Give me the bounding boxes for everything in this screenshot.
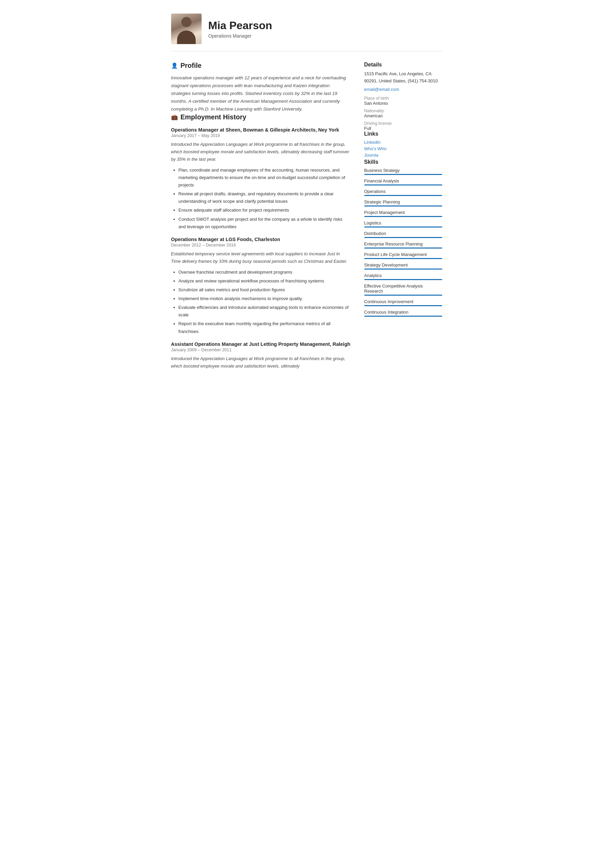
employment-section-title: 💼 Employment History: [171, 113, 351, 121]
skill-bar: [364, 174, 442, 175]
skill-name: Analytics: [364, 273, 442, 278]
candidate-job-title: Operations Manager: [208, 33, 272, 39]
list-item: Plan, coordinate and manage employees of…: [179, 166, 351, 189]
list-item: Report to the executive team monthly reg…: [179, 320, 351, 335]
skill-bar: [364, 268, 442, 270]
job-title-heading: Operations Manager at Sheen, Bowman & Gi…: [171, 127, 351, 133]
skill-bar: [364, 258, 442, 259]
list-item: Oversee franchise recruitment and develo…: [179, 268, 351, 276]
place-of-birth-label: Place of birth: [364, 96, 442, 101]
skill-name: Business Strategy: [364, 168, 442, 173]
skill-item: Project Management: [364, 210, 442, 217]
skill-bar: [364, 216, 442, 217]
links-section: Links LinkedinWho's WhoJoomla: [364, 131, 442, 158]
profile-icon: 👤: [171, 62, 178, 69]
skill-bar: [364, 237, 442, 238]
profile-section: 👤 Profile Innovative operations manager …: [171, 62, 351, 113]
nationality-label: Nationality: [364, 108, 442, 113]
list-item: Analyze and review operational workflow …: [179, 277, 351, 285]
list-item: Review all project drafts, drawings, and…: [179, 190, 351, 205]
list-item: Scrutinize all sales metrics and food pr…: [179, 286, 351, 294]
profile-text: Innovative operations manager with 12 ye…: [171, 74, 351, 113]
skills-section: Skills Business StrategyFinancial Analys…: [364, 159, 442, 317]
job-dates: January 2017 – May 2019: [171, 133, 351, 138]
job-title-heading: Operations Manager at LGS Foods, Charles…: [171, 237, 351, 242]
profile-section-title: 👤 Profile: [171, 62, 351, 70]
skill-item: Enterprise Resource Planning: [364, 242, 442, 248]
job-title-heading: Assistant Operations Manager at Just Let…: [171, 341, 351, 347]
list-item: Conduct SWOT analysis per project and fo…: [179, 215, 351, 231]
list-item: Evaluate efficiencies and introduce auto…: [179, 304, 351, 319]
skill-name: Logistics: [364, 220, 442, 225]
skill-bar: [364, 294, 442, 296]
skill-bar: [364, 226, 442, 228]
details-section: Details 1515 Pacific Ave, Los Angeles, C…: [364, 62, 442, 131]
job-dates: December 2012 – December 2016: [171, 243, 351, 248]
list-item: Ensure adequate staff allocation for pro…: [179, 206, 351, 214]
skill-name: Strategic Planning: [364, 199, 442, 205]
skills-title: Skills: [364, 159, 442, 165]
links-container: LinkedinWho's WhoJoomla: [364, 140, 442, 158]
job-item: Operations Manager at LGS Foods, Charles…: [171, 237, 351, 335]
header-info: Mia Pearson Operations Manager: [208, 19, 272, 39]
links-title: Links: [364, 131, 442, 137]
right-column: Details 1515 Pacific Ave, Los Angeles, C…: [364, 62, 442, 373]
skill-item: Operations: [364, 189, 442, 196]
skill-name: Continuous Integration: [364, 310, 442, 315]
skill-bar: [364, 195, 442, 196]
link-item[interactable]: Who's Who: [364, 146, 442, 151]
link-item[interactable]: Joomla: [364, 153, 442, 158]
skill-item: Continuous Improvement: [364, 299, 442, 306]
skill-name: Product Life Cycle Management: [364, 252, 442, 257]
skill-item: Logistics: [364, 220, 442, 228]
skill-bar: [364, 316, 442, 317]
skill-item: Effective Competitive Analysis Research: [364, 284, 442, 296]
skill-item: Strategy Development: [364, 262, 442, 270]
detail-email[interactable]: email@email.com: [364, 87, 442, 92]
avatar: [171, 14, 201, 44]
place-of-birth-value: San Antonio: [364, 101, 442, 106]
detail-address: 1515 Pacific Ave, Los Angeles, CA 90291,…: [364, 71, 442, 85]
skill-bar: [364, 305, 442, 306]
skill-name: Enterprise Resource Planning: [364, 242, 442, 246]
jobs-container: Operations Manager at Sheen, Bowman & Gi…: [171, 127, 351, 370]
nationality-value: American: [364, 113, 442, 118]
skills-container: Business StrategyFinancial AnalysisOpera…: [364, 168, 442, 317]
skill-bar: [364, 206, 442, 206]
skill-name: Effective Competitive Analysis Research: [364, 284, 442, 294]
skill-name: Financial Analysis: [364, 178, 442, 183]
skill-item: Business Strategy: [364, 168, 442, 175]
job-dates: January 2009 – December 2011: [171, 347, 351, 352]
job-bullets: Oversee franchise recruitment and develo…: [171, 268, 351, 335]
job-description: Introduced the Appreciation Languages at…: [171, 355, 351, 370]
link-item[interactable]: Linkedin: [364, 140, 442, 145]
skill-name: Distribution: [364, 231, 442, 236]
skill-name: Project Management: [364, 210, 442, 215]
skill-bar: [364, 279, 442, 280]
left-column: 👤 Profile Innovative operations manager …: [171, 62, 351, 373]
skill-item: Distribution: [364, 231, 442, 238]
skill-bar: [364, 248, 442, 248]
skill-name: Continuous Improvement: [364, 299, 442, 304]
resume-header: Mia Pearson Operations Manager: [171, 14, 442, 51]
skill-item: Analytics: [364, 273, 442, 280]
skill-bar: [364, 184, 442, 186]
skill-item: Continuous Integration: [364, 310, 442, 317]
job-item: Assistant Operations Manager at Just Let…: [171, 341, 351, 370]
skill-item: Strategic Planning: [364, 199, 442, 206]
job-item: Operations Manager at Sheen, Bowman & Gi…: [171, 127, 351, 231]
skill-name: Strategy Development: [364, 262, 442, 268]
skill-name: Operations: [364, 189, 442, 194]
job-description: Introduced the Appreciation Languages at…: [171, 141, 351, 163]
list-item: Implement time-motion analysis mechanism…: [179, 295, 351, 302]
skill-item: Financial Analysis: [364, 178, 442, 186]
job-bullets: Plan, coordinate and manage employees of…: [171, 166, 351, 231]
main-layout: 👤 Profile Innovative operations manager …: [171, 62, 442, 373]
job-description: Established temporary service level agre…: [171, 250, 351, 265]
employment-section: 💼 Employment History Operations Manager …: [171, 113, 351, 370]
employment-icon: 💼: [171, 114, 178, 120]
details-title: Details: [364, 62, 442, 68]
driving-license-value: Full: [364, 126, 442, 131]
driving-license-label: Driving license: [364, 121, 442, 126]
skill-item: Product Life Cycle Management: [364, 252, 442, 259]
